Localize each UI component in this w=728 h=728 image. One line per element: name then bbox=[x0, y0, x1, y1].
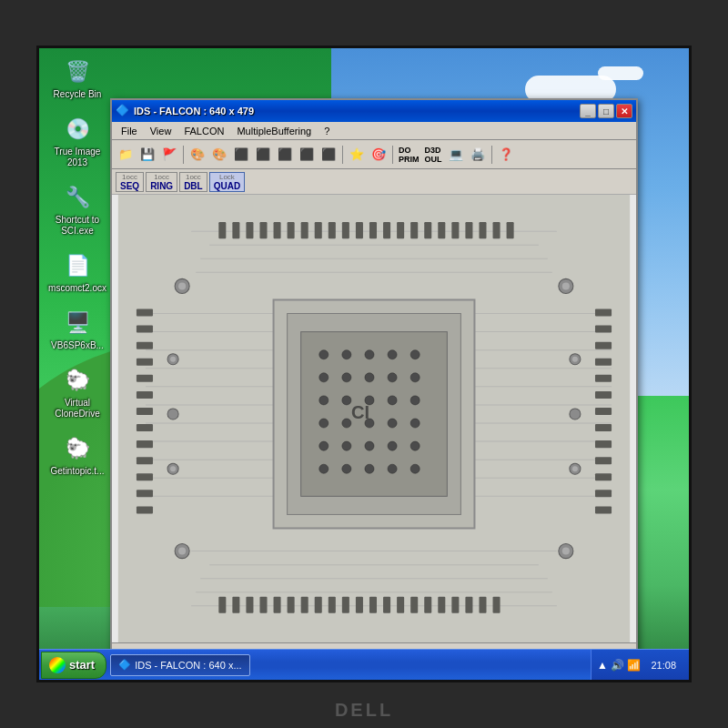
start-icon bbox=[49, 657, 66, 673]
mode-ring-bot: RING bbox=[150, 181, 173, 191]
toolbar-color2-icon[interactable]: 🎨 bbox=[209, 145, 229, 165]
shortcut-sci-label: Shortcut to SCI.exe bbox=[48, 215, 106, 237]
circuit-board-svg: CI bbox=[112, 195, 636, 642]
window-icon: 🔷 bbox=[116, 104, 130, 118]
desktop-icon-vb6sp6[interactable]: 🖥️ VB6SP6xB... bbox=[48, 308, 106, 351]
xp-desktop: 🗑️ Recycle Bin 💿 True Image 2013 🔧 Short… bbox=[39, 48, 689, 680]
svg-rect-153 bbox=[118, 195, 630, 642]
toolbar-open-icon[interactable]: 📁 bbox=[116, 145, 136, 165]
toolbar-buf4-icon[interactable]: ⬛ bbox=[297, 145, 317, 165]
true-image-label: True Image 2013 bbox=[48, 147, 106, 168]
shortcut-sci-icon: 🔧 bbox=[63, 183, 92, 212]
toolbar-color1-icon[interactable]: 🎨 bbox=[187, 145, 207, 165]
mode-seq-bot: SEQ bbox=[120, 181, 139, 191]
toolbar-sep-3 bbox=[392, 146, 393, 164]
desktop-icon-getintopic[interactable]: 🐑 Getintopic.t... bbox=[48, 434, 106, 477]
do-prim-label: DOPRIM bbox=[399, 146, 420, 164]
taskbar-item-ids[interactable]: 🔷 IDS - FALCON : 640 x... bbox=[110, 654, 249, 676]
taskbar-items: 🔷 IDS - FALCON : 640 x... bbox=[106, 650, 591, 680]
menu-multiplebuffering[interactable]: MultipleBuffering bbox=[231, 124, 317, 138]
mode-dbl-bot: DBL bbox=[184, 181, 203, 191]
taskbar: start 🔷 IDS - FALCON : 640 x... ▲ 🔊 📶 21… bbox=[39, 649, 689, 680]
mscomct2-icon: 📄 bbox=[63, 251, 92, 280]
taskbar-clock: 21:08 bbox=[643, 660, 683, 671]
mode-dbl-top: 1occ bbox=[186, 173, 201, 181]
toolbar-flag-icon[interactable]: 🚩 bbox=[159, 145, 179, 165]
window-toolbar-1: 📁 💾 🚩 🎨 🎨 ⬛ ⬛ ⬛ ⬛ ⬛ ⭐ 🎯 DOPRIM bbox=[112, 140, 636, 169]
window-title: IDS - FALCON : 640 x 479 bbox=[134, 106, 576, 116]
recycle-bin-icon: 🗑️ bbox=[63, 57, 92, 86]
virtual-clone-icon: 🐑 bbox=[63, 366, 92, 395]
maximize-button[interactable]: □ bbox=[598, 104, 614, 118]
desktop-icon-shortcut-sci[interactable]: 🔧 Shortcut to SCI.exe bbox=[48, 183, 106, 237]
recycle-bin-label: Recycle Bin bbox=[54, 89, 102, 100]
taskbar-item-label: IDS - FALCON : 640 x... bbox=[135, 660, 241, 671]
desktop-icons: 🗑️ Recycle Bin 💿 True Image 2013 🔧 Short… bbox=[48, 57, 106, 477]
vb6sp6-label: VB6SP6xB... bbox=[51, 340, 104, 351]
cloud-3 bbox=[598, 66, 643, 80]
toolbar-sep-2 bbox=[342, 146, 343, 164]
menu-help[interactable]: ? bbox=[318, 124, 335, 138]
menu-view[interactable]: View bbox=[145, 124, 177, 138]
toolbar-buf1-icon[interactable]: ⬛ bbox=[231, 145, 251, 165]
ids-falcon-window: 🔷 IDS - FALCON : 640 x 479 _ □ ✕ File Vi… bbox=[110, 98, 638, 662]
mode-quad-button[interactable]: Lock QUAD bbox=[209, 172, 245, 192]
mode-quad-top: Lock bbox=[219, 173, 235, 181]
toolbar-target-icon[interactable]: 🎯 bbox=[369, 145, 389, 165]
desktop-icon-true-image[interactable]: 💿 True Image 2013 bbox=[48, 115, 106, 168]
toolbar-star-icon[interactable]: ⭐ bbox=[347, 145, 367, 165]
desktop-icon-recycle-bin[interactable]: 🗑️ Recycle Bin bbox=[48, 57, 106, 100]
toolbar-buf2-icon[interactable]: ⬛ bbox=[253, 145, 273, 165]
d3d-oul-label: D3DOUL bbox=[425, 146, 442, 164]
toolbar-sep-1 bbox=[183, 146, 184, 164]
vb6sp6-icon: 🖥️ bbox=[63, 308, 92, 338]
circuit-view[interactable]: CI bbox=[112, 195, 636, 642]
window-content: CI Ready bbox=[112, 195, 636, 661]
systray: ▲ 🔊 📶 21:08 bbox=[591, 650, 689, 680]
toolbar-save-icon[interactable]: 💾 bbox=[137, 145, 157, 165]
menu-file[interactable]: File bbox=[116, 124, 143, 138]
virtual-clone-label: Virtual CloneDrive bbox=[48, 398, 106, 420]
toolbar-display1-icon[interactable]: 💻 bbox=[446, 145, 466, 165]
desktop-icon-virtual-clone[interactable]: 🐑 Virtual CloneDrive bbox=[48, 366, 106, 420]
window-toolbar-2: 1occ SEQ 1occ RING 1occ DBL Lock QUAD bbox=[112, 169, 636, 195]
mode-dbl-button[interactable]: 1occ DBL bbox=[179, 172, 207, 192]
toolbar-buf5-icon[interactable]: ⬛ bbox=[318, 145, 339, 165]
mscomct2-label: mscomct2.ocx bbox=[48, 283, 106, 294]
dell-logo: DELL bbox=[335, 700, 393, 721]
mode-quad-bot: QUAD bbox=[214, 181, 240, 191]
systray-icons: ▲ 🔊 📶 bbox=[597, 659, 642, 672]
start-button[interactable]: start bbox=[41, 652, 106, 679]
start-label: start bbox=[69, 658, 95, 672]
close-button[interactable]: ✕ bbox=[616, 104, 632, 118]
window-titlebar: 🔷 IDS - FALCON : 640 x 479 _ □ ✕ bbox=[112, 100, 636, 122]
desktop-icon-mscomct2[interactable]: 📄 mscomct2.ocx bbox=[48, 251, 106, 294]
menu-falcon[interactable]: FALCON bbox=[178, 124, 229, 138]
mode-ring-button[interactable]: 1occ RING bbox=[146, 172, 177, 192]
toolbar-sep-4 bbox=[491, 146, 492, 164]
mode-seq-top: 1occ bbox=[122, 173, 137, 181]
titlebar-buttons: _ □ ✕ bbox=[580, 104, 632, 118]
getintopic-label: Getintopic.t... bbox=[51, 466, 105, 477]
mode-ring-top: 1occ bbox=[154, 173, 169, 181]
monitor-screen: 🗑️ Recycle Bin 💿 True Image 2013 🔧 Short… bbox=[36, 46, 692, 682]
taskbar-item-icon: 🔷 bbox=[118, 659, 131, 671]
toolbar-help-icon[interactable]: ❓ bbox=[496, 145, 516, 165]
toolbar-display2-icon[interactable]: 🖨️ bbox=[468, 145, 488, 165]
minimize-button[interactable]: _ bbox=[580, 104, 596, 118]
getintopic-icon: 🐑 bbox=[63, 434, 92, 463]
toolbar-buf3-icon[interactable]: ⬛ bbox=[275, 145, 295, 165]
monitor: 🗑️ Recycle Bin 💿 True Image 2013 🔧 Short… bbox=[0, 0, 728, 728]
window-menubar: File View FALCON MultipleBuffering ? bbox=[112, 122, 636, 140]
true-image-icon: 💿 bbox=[63, 115, 92, 144]
mode-seq-button[interactable]: 1occ SEQ bbox=[116, 172, 144, 192]
